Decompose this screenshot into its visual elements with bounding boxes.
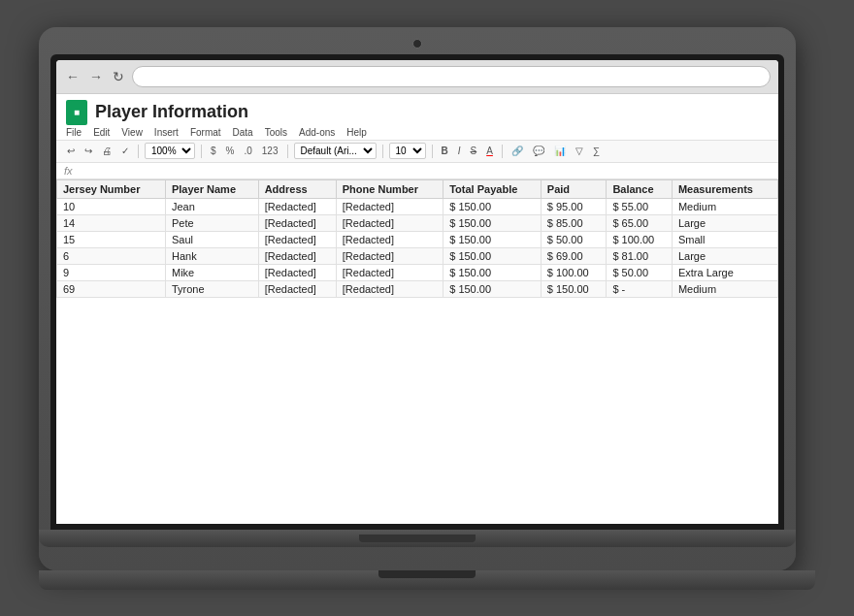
toolbar-filter[interactable]: ▽ bbox=[573, 145, 586, 157]
cell-name[interactable]: Jean bbox=[165, 198, 258, 214]
cell-balance[interactable]: $ 55.00 bbox=[607, 198, 673, 214]
col-header-total: Total Payable bbox=[443, 179, 542, 198]
cell-balance[interactable]: $ 100.00 bbox=[607, 231, 673, 247]
cell-paid[interactable]: $ 85.00 bbox=[541, 214, 607, 231]
toolbar-currency[interactable]: $ bbox=[208, 145, 219, 157]
toolbar-decimal-less[interactable]: 123 bbox=[259, 145, 281, 157]
cell-total[interactable]: $ 150.00 bbox=[443, 280, 542, 297]
cell-name[interactable]: Mike bbox=[165, 264, 258, 280]
toolbar-strikethrough[interactable]: S bbox=[468, 145, 480, 157]
toolbar-percent[interactable]: % bbox=[223, 145, 238, 157]
toolbar-font-color[interactable]: A bbox=[483, 145, 496, 157]
toolbar-spellcheck[interactable]: ✓ bbox=[118, 145, 132, 157]
cell-phone[interactable]: [Redacted] bbox=[336, 231, 443, 247]
zoom-select[interactable]: 100% bbox=[145, 143, 195, 159]
toolbar-chart[interactable]: 📊 bbox=[551, 145, 569, 157]
table-row[interactable]: 15Saul[Redacted][Redacted]$ 150.00$ 50.0… bbox=[57, 231, 778, 247]
cell-total[interactable]: $ 150.00 bbox=[443, 214, 542, 231]
cell-phone[interactable]: [Redacted] bbox=[336, 280, 443, 297]
cell-paid[interactable]: $ 95.00 bbox=[541, 198, 607, 214]
cell-balance[interactable]: $ 50.00 bbox=[607, 264, 673, 280]
table-row[interactable]: 14Pete[Redacted][Redacted]$ 150.00$ 85.0… bbox=[57, 214, 778, 231]
menu-file[interactable]: File bbox=[66, 127, 82, 138]
col-header-jersey: Jersey Number bbox=[57, 179, 166, 198]
cell-phone[interactable]: [Redacted] bbox=[336, 247, 443, 264]
col-header-balance: Balance bbox=[607, 179, 673, 198]
col-header-address: Address bbox=[258, 179, 336, 198]
cell-address[interactable]: [Redacted] bbox=[258, 247, 336, 264]
cell-paid[interactable]: $ 150.00 bbox=[541, 280, 607, 297]
cell-measurements[interactable]: Large bbox=[672, 247, 777, 264]
toolbar-redo[interactable]: ↪ bbox=[82, 145, 95, 157]
menu-addons[interactable]: Add-ons bbox=[299, 127, 335, 138]
table-row[interactable]: 69Tyrone[Redacted][Redacted]$ 150.00$ 15… bbox=[57, 280, 778, 297]
cell-jersey[interactable]: 14 bbox=[57, 214, 166, 231]
toolbar-link[interactable]: 🔗 bbox=[509, 145, 526, 157]
cell-address[interactable]: [Redacted] bbox=[258, 198, 336, 214]
cell-measurements[interactable]: Extra Large bbox=[672, 264, 777, 280]
menu-edit[interactable]: Edit bbox=[93, 127, 110, 138]
cell-address[interactable]: [Redacted] bbox=[258, 214, 336, 231]
cell-paid[interactable]: $ 100.00 bbox=[541, 264, 607, 280]
menu-insert[interactable]: Insert bbox=[154, 127, 179, 138]
col-header-phone: Phone Number bbox=[336, 179, 443, 198]
toolbar-more[interactable]: ∑ bbox=[590, 145, 603, 157]
table-header-row: Jersey Number Player Name Address Phone … bbox=[57, 179, 778, 198]
cell-measurements[interactable]: Small bbox=[672, 231, 777, 247]
cell-jersey[interactable]: 6 bbox=[57, 247, 166, 264]
forward-button[interactable]: → bbox=[87, 69, 105, 84]
cell-address[interactable]: [Redacted] bbox=[258, 231, 336, 247]
browser-chrome: ← → ↻ bbox=[56, 60, 778, 94]
toolbar-bold[interactable]: B bbox=[439, 145, 451, 157]
cell-jersey[interactable]: 9 bbox=[57, 264, 166, 280]
cell-measurements[interactable]: Large bbox=[672, 214, 777, 231]
refresh-button[interactable]: ↻ bbox=[111, 69, 126, 84]
cell-balance[interactable]: $ 65.00 bbox=[607, 214, 673, 231]
title-bar: ■ Player Information bbox=[56, 94, 778, 127]
cell-jersey[interactable]: 10 bbox=[57, 198, 166, 214]
cell-total[interactable]: $ 150.00 bbox=[443, 264, 542, 280]
cell-measurements[interactable]: Medium bbox=[672, 198, 777, 214]
cell-name[interactable]: Tyrone bbox=[165, 280, 258, 297]
cell-jersey[interactable]: 69 bbox=[57, 280, 166, 297]
cell-phone[interactable]: [Redacted] bbox=[336, 198, 443, 214]
cell-name[interactable]: Pete bbox=[165, 214, 258, 231]
toolbar-separator-4 bbox=[382, 145, 383, 158]
toolbar-undo[interactable]: ↩ bbox=[64, 145, 78, 157]
menu-data[interactable]: Data bbox=[233, 127, 253, 138]
cell-name[interactable]: Hank bbox=[165, 247, 258, 264]
webcam bbox=[412, 39, 422, 49]
cell-address[interactable]: [Redacted] bbox=[258, 264, 336, 280]
cell-balance[interactable]: $ 81.00 bbox=[607, 247, 673, 264]
cell-balance[interactable]: $ - bbox=[607, 280, 673, 297]
cell-address[interactable]: [Redacted] bbox=[258, 280, 336, 297]
cell-phone[interactable]: [Redacted] bbox=[336, 264, 443, 280]
toolbar-comment[interactable]: 💬 bbox=[530, 145, 547, 157]
cell-total[interactable]: $ 150.00 bbox=[443, 198, 542, 214]
cell-paid[interactable]: $ 50.00 bbox=[541, 231, 607, 247]
table-container[interactable]: Jersey Number Player Name Address Phone … bbox=[56, 179, 778, 524]
toolbar-decimal-more[interactable]: .0 bbox=[241, 145, 254, 157]
font-select[interactable]: Default (Ari... bbox=[294, 143, 377, 159]
cell-jersey[interactable]: 15 bbox=[57, 231, 166, 247]
toolbar-print[interactable]: 🖨 bbox=[99, 145, 115, 157]
cell-measurements[interactable]: Medium bbox=[672, 280, 777, 297]
menu-tools[interactable]: Tools bbox=[265, 127, 287, 138]
cell-total[interactable]: $ 150.00 bbox=[443, 247, 542, 264]
table-row[interactable]: 10Jean[Redacted][Redacted]$ 150.00$ 95.0… bbox=[57, 198, 778, 214]
toolbar-italic[interactable]: I bbox=[455, 145, 464, 157]
menu-format[interactable]: Format bbox=[190, 127, 221, 138]
table-row[interactable]: 6Hank[Redacted][Redacted]$ 150.00$ 69.00… bbox=[57, 247, 778, 264]
browser-window: ← → ↻ ■ Player Information bbox=[56, 60, 778, 524]
cell-paid[interactable]: $ 69.00 bbox=[541, 247, 607, 264]
menu-view[interactable]: View bbox=[121, 127, 143, 138]
spreadsheet-title: Player Information bbox=[95, 102, 248, 122]
table-row[interactable]: 9Mike[Redacted][Redacted]$ 150.00$ 100.0… bbox=[57, 264, 778, 280]
cell-phone[interactable]: [Redacted] bbox=[336, 214, 443, 231]
address-bar[interactable] bbox=[132, 66, 771, 87]
cell-total[interactable]: $ 150.00 bbox=[443, 231, 542, 247]
menu-help[interactable]: Help bbox=[346, 127, 367, 138]
back-button[interactable]: ← bbox=[64, 69, 82, 84]
cell-name[interactable]: Saul bbox=[165, 231, 258, 247]
font-size-select[interactable]: 10 bbox=[389, 143, 426, 159]
